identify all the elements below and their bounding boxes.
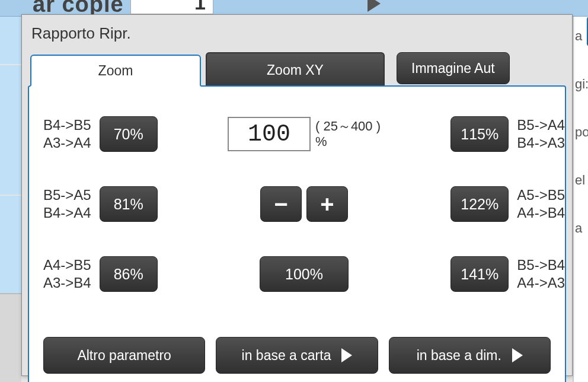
preset-122-cell: 122% A5->B5 A4->B4 [387,186,565,222]
preset-141-button[interactable]: 141% [450,256,509,292]
preset-86-cell: A4->B5 A3->B4 86% [43,256,221,292]
preset-141-cell: 141% B5->B4 A4->A3 [387,256,565,292]
preset-grid: B4->B5 A3->A4 70% 100 ( 25～400 ) % 115% … [43,104,551,304]
zoom-panel: B4->B5 A3->A4 70% 100 ( 25～400 ) % 115% … [28,85,566,382]
preset-70-cell: B4->B5 A3->A4 70% [43,116,221,152]
preset-100-button[interactable]: 100% [260,256,349,292]
preset-122-button[interactable]: 122% [450,186,509,222]
by-paper-label: in base a carta [242,348,331,364]
arrow-right-icon [512,348,523,362]
preset-115-button[interactable]: 115% [450,116,509,152]
auto-image-label: Immagine Aut [411,61,495,77]
zoom-range-label: ( 25～400 ) % [315,119,381,150]
arrow-right-icon [341,348,352,362]
bottom-row: Altro parametro in base a carta in base … [43,337,551,374]
preset-115-sizes: B5->A4 B4->A3 [517,116,565,152]
tab-zoom[interactable]: Zoom [30,55,201,87]
backdrop-side-blue [0,17,21,293]
auto-image-button[interactable]: Immagine Aut [397,52,510,84]
preset-81-cell: B5->A5 B4->A4 81% [43,186,221,222]
zoom-minus-button[interactable]: − [260,186,302,222]
zoom-plus-button[interactable]: + [306,186,348,222]
preset-122-sizes: A5->B5 A4->B4 [517,186,565,222]
dialog-title: Rapporto Ripr. [31,24,566,43]
play-icon [368,0,381,12]
by-size-label: in base a dim. [417,348,501,364]
zoom-plusminus-row: − + [221,186,387,222]
other-param-button[interactable]: Altro parametro [43,337,205,374]
by-paper-button[interactable]: in base a carta [216,337,378,374]
preset-86-sizes: A4->B5 A3->B4 [43,256,91,292]
preset-81-sizes: B5->A5 B4->A4 [43,186,91,222]
tabs-row: Zoom Zoom XY Immagine Aut [28,51,566,87]
other-param-label: Altro parametro [77,348,171,364]
zoom-value-cell: 100 ( 25～400 ) % [221,117,387,151]
preset-100-cell: 100% [221,256,387,292]
tab-zoom-label: Zoom [98,63,133,79]
preset-86-button[interactable]: 86% [100,256,158,292]
preset-115-cell: 115% B5->A4 B4->A3 [387,116,565,152]
preset-141-sizes: B5->B4 A4->A3 [517,256,565,292]
by-size-button[interactable]: in base a dim. [389,337,551,374]
backdrop-right-fragments: a gi: po el a [573,17,588,382]
tab-zoom-xy[interactable]: Zoom XY [206,52,385,87]
copies-value: 1 [130,0,213,14]
tab-zoom-xy-label: Zoom XY [267,62,324,78]
preset-70-sizes: B4->B5 A3->A4 [43,116,91,152]
preset-70-button[interactable]: 70% [100,116,158,152]
zoom-dialog: Rapporto Ripr. Zoom Zoom XY Immagine Aut… [21,14,573,376]
zoom-value-input[interactable]: 100 [228,117,311,151]
preset-81-button[interactable]: 81% [100,186,158,222]
backdrop-side-gray [0,293,21,382]
